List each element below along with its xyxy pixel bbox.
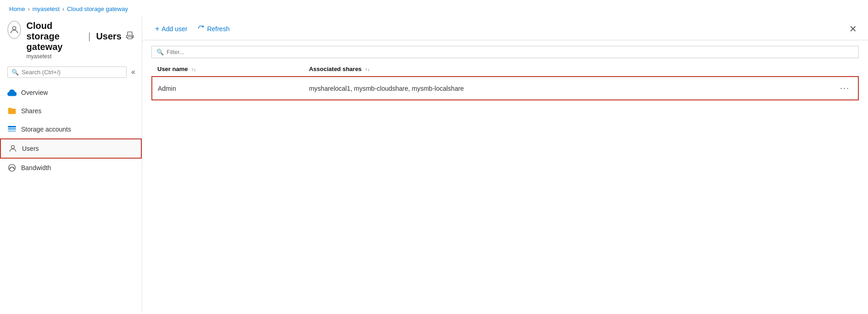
nav-list: Overview Shares Storage accounts [0, 83, 142, 312]
sidebar-item-overview-label: Overview [21, 89, 48, 96]
breadcrumb-home[interactable]: Home [9, 6, 25, 12]
cell-associated-shares: mysharelocal1, mysmb-cloudshare, mysmb-l… [303, 77, 858, 99]
col-username: User name ↑↓ [152, 61, 303, 77]
filter-input-wrap[interactable]: 🔍 [151, 46, 859, 58]
sidebar-item-bandwidth[interactable]: Bandwidth [0, 159, 142, 177]
breadcrumb: Home › myasetest › Cloud storage gateway [0, 0, 868, 16]
section-text: Users [96, 31, 122, 42]
sidebar-item-overview[interactable]: Overview [0, 83, 142, 102]
toolbar: + Add user Refresh [151, 23, 233, 35]
svg-point-3 [132, 37, 133, 38]
print-icon[interactable] [125, 31, 134, 42]
user-icon [8, 144, 17, 153]
sidebar: Cloud storage gateway | Users myasetest [0, 16, 142, 312]
sidebar-item-users-label: Users [22, 145, 39, 152]
filter-input[interactable] [167, 49, 854, 55]
sidebar-item-storage-label: Storage accounts [21, 126, 71, 133]
subtitle: myasetest [27, 53, 134, 60]
content-header: + Add user Refresh ✕ [142, 16, 868, 40]
cloud-icon [7, 88, 17, 97]
sidebar-item-storage-accounts[interactable]: Storage accounts [0, 120, 142, 138]
breadcrumb-sep-2: › [62, 6, 64, 12]
col-username-label: User name [157, 66, 188, 72]
svg-rect-5 [8, 128, 16, 130]
svg-rect-6 [8, 130, 16, 132]
filter-icon: 🔍 [156, 49, 164, 55]
breadcrumb-cloud-storage-gateway[interactable]: Cloud storage gateway [67, 6, 128, 12]
breadcrumb-myasetest[interactable]: myasetest [33, 6, 60, 12]
bandwidth-icon [7, 163, 17, 172]
add-user-icon: + [155, 25, 159, 33]
col-shares-label: Associated shares [309, 66, 362, 72]
search-bar: 🔍 « [0, 66, 142, 83]
refresh-button[interactable]: Refresh [194, 23, 233, 35]
sidebar-item-shares-label: Shares [21, 107, 41, 115]
title-block: Cloud storage gateway | Users myasetest [27, 21, 134, 60]
collapse-button[interactable]: « [129, 66, 137, 78]
content-area: + Add user Refresh ✕ 🔍 [142, 16, 868, 312]
refresh-label: Refresh [207, 25, 229, 33]
table-area: User name ↑↓ Associated shares ↑↓ Admin [142, 61, 868, 312]
search-icon: 🔍 [11, 69, 19, 76]
avatar [7, 21, 21, 39]
sidebar-item-shares[interactable]: Shares [0, 102, 142, 120]
folder-icon [7, 106, 17, 116]
add-user-button[interactable]: + Add user [151, 23, 191, 35]
search-input-wrap[interactable]: 🔍 [7, 66, 127, 78]
col-associated-shares: Associated shares ↑↓ [303, 61, 858, 77]
table-header-row: User name ↑↓ Associated shares ↑↓ [152, 61, 858, 77]
svg-rect-4 [8, 126, 16, 127]
sort-icon-shares[interactable]: ↑↓ [365, 67, 370, 72]
table-row: Admin mysharelocal1, mysmb-cloudshare, m… [152, 77, 858, 100]
svg-point-7 [11, 145, 15, 149]
svg-point-8 [9, 165, 16, 171]
users-table: User name ↑↓ Associated shares ↑↓ Admin [151, 61, 859, 100]
close-button[interactable]: ✕ [847, 22, 859, 35]
title-text: Cloud storage gateway [27, 21, 83, 52]
filter-bar: 🔍 [142, 40, 868, 61]
sidebar-header: Cloud storage gateway | Users myasetest [0, 16, 142, 66]
sidebar-item-users[interactable]: Users [0, 138, 142, 159]
associated-shares-value: mysharelocal1, mysmb-cloudshare, mysmb-l… [309, 85, 464, 92]
page-title: Cloud storage gateway | Users [27, 21, 134, 52]
more-options-button[interactable]: ··· [837, 83, 852, 94]
breadcrumb-sep-1: › [28, 6, 30, 12]
svg-point-0 [12, 27, 16, 30]
sort-icon-username[interactable]: ↑↓ [191, 67, 196, 72]
search-input[interactable] [22, 69, 122, 76]
title-separator: | [88, 31, 90, 42]
cell-username: Admin [152, 77, 303, 100]
svg-rect-2 [128, 32, 132, 36]
svg-rect-1 [128, 37, 132, 39]
refresh-icon [197, 25, 205, 33]
add-user-label: Add user [161, 25, 187, 33]
sidebar-item-bandwidth-label: Bandwidth [21, 164, 51, 171]
storage-icon [7, 125, 17, 134]
